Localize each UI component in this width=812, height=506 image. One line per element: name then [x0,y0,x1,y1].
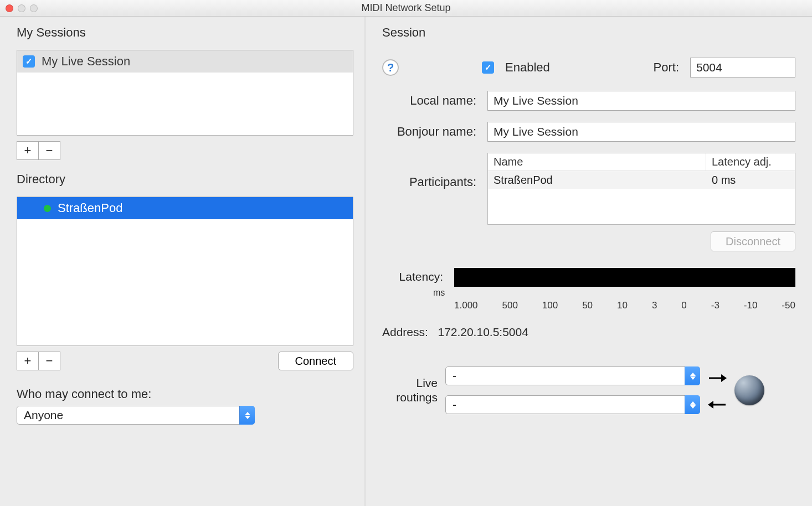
directory-item-label: StraßenPod [58,201,122,215]
titlebar: MIDI Network Setup [0,0,812,17]
svg-marker-3 [708,401,713,409]
select-stepper-icon[interactable] [685,366,700,385]
routing-out-select[interactable]: - [445,366,700,385]
local-name-label: Local name: [382,94,476,108]
participant-row[interactable]: StraßenPod 0 ms [488,171,795,189]
session-heading: Session [382,17,795,44]
local-name-input[interactable] [487,91,795,111]
participants-label: Participants: [382,153,476,189]
network-globe-icon [734,375,764,405]
routing-out-value: - [453,369,456,383]
routing-in-value: - [453,398,456,411]
remove-session-button[interactable]: − [38,141,60,160]
sessions-list[interactable]: ✓ My Live Session [17,50,353,136]
connect-button[interactable]: Connect [278,352,354,370]
participant-name: StraßenPod [488,174,706,187]
participants-table[interactable]: Name Latency adj. StraßenPod 0 ms [487,153,795,225]
remove-directory-button[interactable]: − [38,352,60,370]
select-stepper-icon[interactable] [239,406,255,425]
participants-header: Name Latency adj. [488,153,795,171]
select-stepper-icon[interactable] [685,395,700,414]
close-window-button[interactable] [6,4,13,12]
bonjour-name-input[interactable] [487,122,795,142]
latency-label: Latency: [382,268,443,283]
minimize-window-button[interactable] [18,4,25,12]
session-enabled-checkbox[interactable]: ✓ [23,55,35,68]
my-sessions-heading: My Sessions [0,17,364,44]
arrow-right-icon [708,373,727,384]
window-controls [6,4,38,12]
who-connect-label: Who may connect to me: [0,379,364,406]
port-label: Port: [654,60,679,75]
port-input[interactable] [690,58,795,78]
col-name: Name [488,153,706,171]
latency-ticks: 1.000 500 100 50 10 3 0 -3 -10 -50 [454,300,795,311]
col-latency: Latency adj. [706,156,795,168]
svg-marker-1 [721,374,727,382]
online-status-icon [44,205,51,212]
directory-heading: Directory [0,169,364,191]
routing-in-select[interactable]: - [445,395,700,414]
zoom-window-button[interactable] [30,4,38,12]
session-row[interactable]: ✓ My Live Session [17,50,353,73]
enabled-checkbox[interactable]: ✓ [482,61,494,74]
enabled-label: Enabled [505,60,550,75]
help-button[interactable]: ? [382,59,399,76]
address-value: 172.20.10.5:5004 [438,326,528,338]
participant-latency: 0 ms [706,174,795,187]
add-directory-button[interactable]: + [17,352,39,370]
add-session-button[interactable]: + [17,141,39,160]
arrow-left-icon [708,399,727,410]
latency-unit-label: ms [433,288,795,298]
routings-label: Live routings [382,376,438,405]
directory-list[interactable]: StraßenPod [17,197,353,346]
who-connect-select[interactable]: Anyone [17,406,255,425]
window-title: MIDI Network Setup [0,2,812,14]
session-name-label: My Live Session [42,54,130,69]
bonjour-name-label: Bonjour name: [382,125,476,139]
latency-graph [454,268,795,287]
directory-row[interactable]: StraßenPod [17,197,353,219]
address-label: Address: [382,326,428,338]
disconnect-button[interactable]: Disconnect [711,231,795,251]
who-connect-value: Anyone [24,409,63,422]
